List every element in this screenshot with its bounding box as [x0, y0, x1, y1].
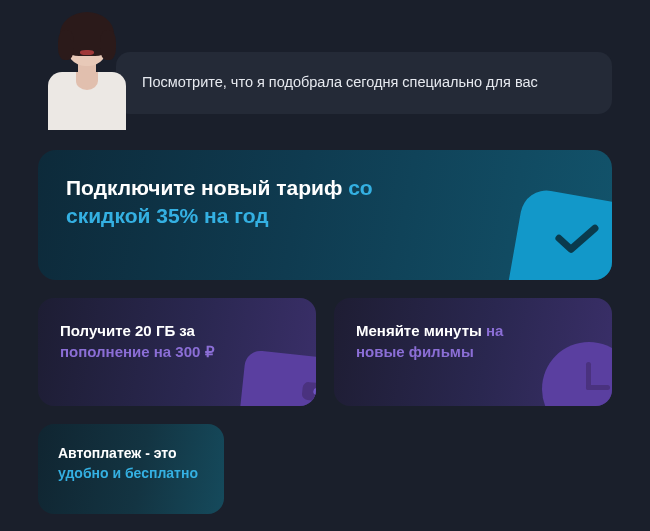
card2-plain: Автоплатеж - это	[58, 445, 177, 461]
assistant-row: Посмотрите, что я подобрала сегодня спец…	[38, 10, 612, 130]
promo-card-topup-title: Получите 20 ГБ за пополнение на 300 ₽	[60, 320, 230, 362]
wallet-icon	[238, 349, 316, 406]
checkmark-icon	[504, 186, 612, 280]
promo-card-autopay-title: Автоплатеж - это удобно и бесплатно	[58, 444, 204, 483]
promo-card-topup[interactable]: Получите 20 ГБ за пополнение на 300 ₽	[38, 298, 316, 406]
promo-main-plain: Подключите новый тариф	[66, 176, 348, 199]
card0-plain: Получите 20 ГБ за	[60, 322, 195, 339]
promo-card-main-title: Подключите новый тариф со скидкой 35% на…	[66, 174, 406, 231]
promo-card-exchange[interactable]: Меняйте минуты на новые фильмы	[334, 298, 612, 406]
promo-row-2: Автоплатеж - это удобно и бесплатно	[38, 424, 612, 514]
assistant-message-text: Посмотрите, что я подобрала сегодня спец…	[142, 74, 538, 90]
assistant-avatar	[38, 10, 136, 130]
clock-icon	[542, 342, 612, 406]
card2-accent: удобно и бесплатно	[58, 465, 198, 481]
promo-row: Получите 20 ГБ за пополнение на 300 ₽ Ме…	[38, 298, 612, 406]
promo-card-exchange-title: Меняйте минуты на новые фильмы	[356, 320, 526, 362]
promo-card-autopay[interactable]: Автоплатеж - это удобно и бесплатно	[38, 424, 224, 514]
card0-accent: пополнение на 300 ₽	[60, 343, 215, 360]
card1-plain: Меняйте минуты	[356, 322, 486, 339]
promo-card-main[interactable]: Подключите новый тариф со скидкой 35% на…	[38, 150, 612, 280]
assistant-message-bubble: Посмотрите, что я подобрала сегодня спец…	[116, 52, 612, 114]
